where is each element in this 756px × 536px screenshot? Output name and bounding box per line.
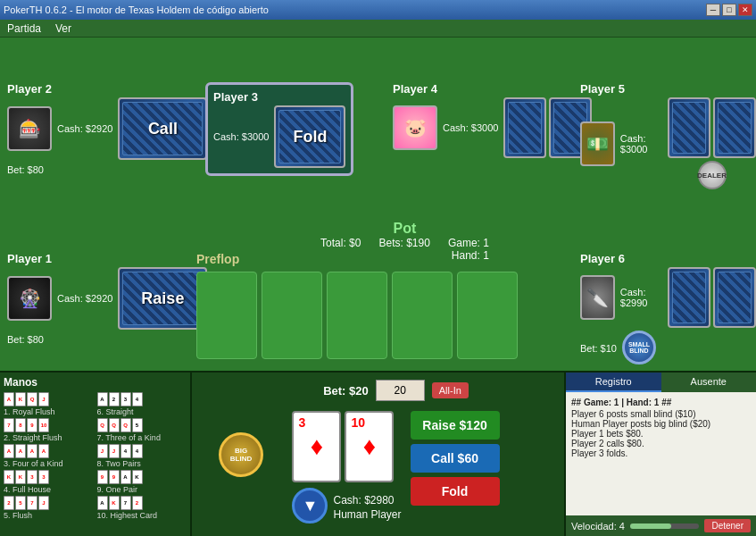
hand-2: 2. Straight Flush: [4, 433, 94, 442]
small-blind-badge: SMALL BLIND: [622, 331, 656, 364]
community-card-5: [457, 272, 518, 359]
pot-bets-value: $190: [406, 237, 430, 249]
tab-ausente[interactable]: Ausente: [661, 373, 757, 392]
action-panel: BIG BLIND Bet: $20 All-In 3: [192, 373, 564, 536]
all-in-button[interactable]: All-In: [432, 382, 469, 398]
community-card-3: [327, 272, 387, 359]
speed-slider-fill: [630, 523, 671, 529]
player4-card1: [503, 97, 546, 158]
player2-header: 🎰 Cash: $2920 Call: [7, 97, 207, 160]
player1-cash: Cash: $2920: [57, 293, 112, 304]
player5-card2: [713, 97, 756, 158]
menu-partida[interactable]: Partida: [7, 22, 41, 35]
speed-row: Velocidad: 4 Detener: [566, 515, 756, 536]
manos-title: Manos: [4, 376, 187, 389]
hand-7: 7. Three of a Kind: [97, 433, 187, 442]
registro-content: ## Game: 1 | Hand: 1 ## Player 6 posts s…: [566, 392, 756, 515]
log-entry-0: Player 6 posts small blind ($10): [571, 409, 751, 419]
community-card-2: [262, 272, 322, 359]
community-cards-row: [196, 272, 582, 359]
tab-registro[interactable]: Registro: [566, 373, 661, 392]
player3-highlight: Player 3 Cash: $3000 Fold: [205, 82, 353, 176]
player6-card1: [668, 267, 710, 328]
player5-avatar: 💵: [580, 121, 615, 166]
pot-total-label: Total:: [320, 237, 346, 249]
player2-name: Player 2: [7, 82, 52, 96]
action-buttons: Raise $120 Call $60 Fold: [411, 411, 500, 506]
window-title: PokerTH 0.6.2 - El motor de Texas Holdem…: [4, 4, 269, 15]
player5-cash: Cash: $3000: [620, 133, 662, 155]
player4-cards: [503, 97, 592, 158]
player1-action: Raise: [141, 289, 184, 308]
hand-1: 1. Royal Flush: [4, 407, 94, 416]
hand-5: 5. Flush: [4, 511, 94, 520]
player4-avatar: 🐷: [393, 105, 437, 150]
hole-cards: 3 ♦ 10 ♦: [292, 411, 401, 482]
call-button[interactable]: Call $60: [411, 444, 500, 473]
player6-cards: [668, 267, 756, 328]
big-blind-badge: BIG BLIND: [219, 432, 263, 477]
maximize-button[interactable]: □: [722, 4, 736, 16]
speed-slider[interactable]: [630, 523, 699, 529]
player4-cash: Cash: $3000: [443, 122, 498, 133]
game-value: 1: [483, 237, 489, 249]
player6-avatar: 🔪: [580, 275, 615, 320]
player3-area: Player 3 Cash: $3000 Fold: [205, 82, 353, 176]
bet-input[interactable]: [376, 380, 425, 401]
fold-button[interactable]: Fold: [411, 477, 500, 506]
player-cash-display: Cash: $2980: [333, 494, 401, 507]
log-entry-2: Player 1 bets $80.: [571, 429, 751, 439]
down-arrow-badge: ▼: [292, 488, 328, 523]
player6-area: Player 6 🔪 Cash: $2990 Bet: $10 SMALL BL…: [580, 252, 756, 364]
title-bar: PokerTH 0.6.2 - El motor de Texas Holdem…: [0, 0, 756, 20]
bet-label: Bet: $20: [323, 384, 369, 398]
registro-tabs: Registro Ausente: [566, 373, 756, 392]
raise-button[interactable]: Raise $120: [411, 411, 500, 440]
log-entry-3: Player 2 calls $80.: [571, 439, 751, 448]
hand-6: 6. Straight: [97, 407, 187, 416]
player1-name: Player 1: [7, 252, 52, 265]
player5-cards: [668, 97, 756, 158]
player2-action: Call: [148, 120, 178, 138]
hand-3: 3. Four of a Kind: [4, 459, 94, 468]
hand-4: 4. Full House: [4, 485, 94, 494]
player2-area: Player 2 🎰 Cash: $2920 Call Bet: $80: [7, 82, 207, 175]
player5-area: Player 5 💵 Cash: $3000 DEALER: [580, 82, 756, 192]
community-cards-area: Preflop: [196, 252, 582, 359]
player1-action-card: Raise: [118, 267, 207, 330]
log-entry-4: Player 3 folds.: [571, 448, 751, 458]
manos-list: A K Q J 1. Royal Flush 7 8 9 10 2. Strai…: [4, 392, 187, 522]
detener-button[interactable]: Detener: [704, 519, 751, 532]
player6-name: Player 6: [580, 252, 625, 265]
player2-avatar: 🎰: [7, 106, 52, 151]
player1-avatar: 🎡: [7, 276, 52, 321]
close-button[interactable]: ✕: [738, 4, 752, 16]
speed-label: Velocidad: 4: [571, 521, 625, 532]
player3-name: Player 3: [213, 90, 345, 104]
community-card-1: [196, 272, 257, 359]
community-card-4: [392, 272, 453, 359]
menu-ver[interactable]: Ver: [55, 22, 71, 35]
player1-bet: Bet: $80: [7, 334, 44, 345]
game-label: Game:: [448, 237, 480, 249]
minimize-button[interactable]: ─: [706, 4, 720, 16]
manos-panel: Manos A K Q J 1. Royal Flush 7 8 9 10: [0, 373, 192, 536]
player1-area: Player 1 🎡 Cash: $2920 Raise Bet: $80: [7, 252, 207, 345]
pot-bets-label: Bets:: [378, 237, 403, 249]
window-controls: ─ □ ✕: [706, 4, 752, 16]
preflop-label: Preflop: [196, 252, 582, 266]
registro-panel: Registro Ausente ## Game: 1 | Hand: 1 ##…: [564, 373, 756, 536]
player4-area: Player 4 🐷 Cash: $3000: [393, 82, 592, 161]
pot-total-value: $0: [349, 237, 361, 249]
manos-col2: A 2 3 4 6. Straight Q Q Q 5 7. Three of …: [97, 392, 187, 522]
pot-label: Pot: [394, 221, 417, 237]
dealer-badge: DEALER: [698, 161, 727, 189]
player5-name: Player 5: [580, 82, 625, 96]
player3-cash: Cash: $3000: [213, 131, 269, 142]
player3-action: Fold: [293, 128, 327, 147]
player6-card2: [713, 267, 756, 328]
bet-area: Bet: $20 All-In: [323, 380, 469, 401]
player4-name: Player 4: [393, 82, 437, 96]
registro-game-title: ## Game: 1 | Hand: 1 ##: [571, 398, 751, 407]
player6-cash: Cash: $2990: [620, 287, 662, 308]
